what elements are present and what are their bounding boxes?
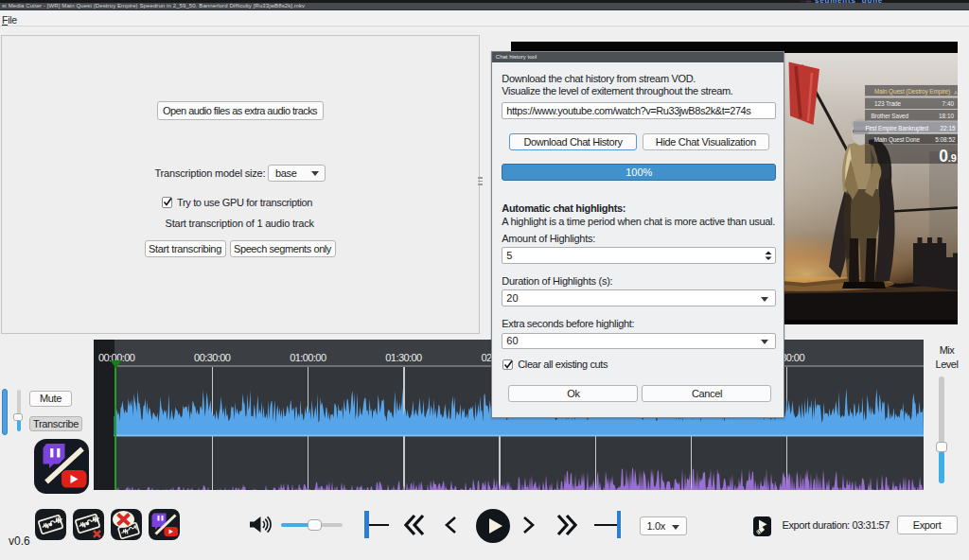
svg-text:22:15: 22:15 xyxy=(941,125,956,131)
svg-text:A: A xyxy=(954,90,958,96)
svg-text:Brother Saved: Brother Saved xyxy=(871,113,908,119)
svg-text:5:08:52: 5:08:52 xyxy=(935,136,956,143)
svg-text:18:10: 18:10 xyxy=(939,113,954,119)
svg-text:7:40: 7:40 xyxy=(943,100,955,107)
svg-text:First Empire Bankrupted: First Empire Bankrupted xyxy=(865,125,928,132)
svg-text:Main Quest Done: Main Quest Done xyxy=(874,136,921,144)
svg-text:.9: .9 xyxy=(948,152,957,164)
svg-text:0: 0 xyxy=(939,147,948,166)
svg-text:123 Trade: 123 Trade xyxy=(874,100,901,107)
svg-text:Main Quest (Destroy Empire): Main Quest (Destroy Empire) xyxy=(874,88,950,96)
